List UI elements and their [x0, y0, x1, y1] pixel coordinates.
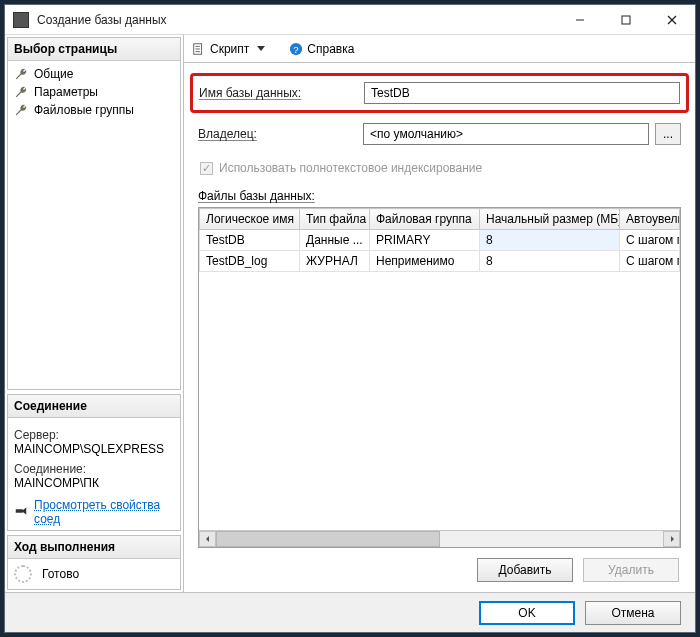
script-icon: [192, 42, 206, 56]
delete-file-button: Удалить: [583, 558, 679, 582]
cell-initial-size[interactable]: 8: [480, 251, 620, 272]
help-label: Справка: [307, 42, 354, 56]
page-item-label: Файловые группы: [34, 103, 134, 117]
connection-heading: Соединение: [8, 395, 180, 418]
col-logical-name[interactable]: Логическое имя: [200, 209, 300, 230]
table-header-row: Логическое имя Тип файла Файловая группа…: [200, 209, 680, 230]
sidebar: Выбор страницы Общие Параметры Файловые …: [5, 35, 183, 592]
cell-autogrowth[interactable]: С шагом по 6: [620, 230, 680, 251]
scroll-thumb[interactable]: [216, 531, 440, 547]
connection-value: MAINCOMP\ПК: [14, 476, 174, 490]
wrench-icon: [14, 67, 28, 81]
page-item-label: Общие: [34, 67, 73, 81]
window-title: Создание базы данных: [37, 13, 557, 27]
scroll-left-button[interactable]: [199, 531, 216, 547]
help-icon: ?: [289, 42, 303, 56]
owner-label: Владелец:: [198, 127, 363, 141]
owner-input[interactable]: [363, 123, 649, 145]
cell-autogrowth[interactable]: С шагом по 6: [620, 251, 680, 272]
main-toolbar: Скрипт ? Справка: [184, 35, 695, 63]
page-item-label: Параметры: [34, 85, 98, 99]
file-buttons-row: Добавить Удалить: [198, 548, 681, 592]
db-name-label: Имя базы данных:: [199, 86, 364, 100]
page-select-heading: Выбор страницы: [8, 38, 180, 61]
dialog-footer: OK Отмена: [5, 592, 695, 632]
col-filegroup[interactable]: Файловая группа: [370, 209, 480, 230]
window-buttons: [557, 5, 695, 35]
owner-browse-button[interactable]: ...: [655, 123, 681, 145]
cell-filegroup[interactable]: PRIMARY: [370, 230, 480, 251]
add-file-button[interactable]: Добавить: [477, 558, 573, 582]
progress-panel: Ход выполнения Готово: [7, 535, 181, 590]
owner-row: Владелец: ...: [198, 123, 681, 145]
fulltext-label: Использовать полнотекстовое индексирован…: [219, 161, 482, 175]
cell-logical-name[interactable]: TestDB: [200, 230, 300, 251]
help-button[interactable]: ? Справка: [289, 42, 354, 56]
script-label: Скрипт: [210, 42, 249, 56]
form-area: Имя базы данных: Владелец: ... ✓ Использ…: [184, 63, 695, 592]
table-row[interactable]: TestDB_log ЖУРНАЛ Неприменимо 8 С шагом …: [200, 251, 680, 272]
files-table[interactable]: Логическое имя Тип файла Файловая группа…: [199, 208, 680, 272]
cancel-button[interactable]: Отмена: [585, 601, 681, 625]
db-name-row: Имя базы данных:: [190, 73, 689, 113]
page-item-options[interactable]: Параметры: [14, 83, 174, 101]
col-autogrowth[interactable]: Автоувеличен: [620, 209, 680, 230]
page-select-list: Общие Параметры Файловые группы: [8, 61, 180, 123]
scroll-right-button[interactable]: [663, 531, 680, 547]
progress-status: Готово: [42, 567, 79, 581]
connection-label: Соединение:: [14, 462, 174, 476]
table-row[interactable]: TestDB Данные ... PRIMARY 8 С шагом по 6: [200, 230, 680, 251]
maximize-button[interactable]: [603, 5, 649, 35]
link-text: Просмотреть свойства соед: [34, 498, 174, 526]
db-name-input[interactable]: [364, 82, 680, 104]
close-button[interactable]: [649, 5, 695, 35]
scroll-track[interactable]: [216, 531, 663, 547]
dialog-window: Создание базы данных Выбор страницы Общ: [4, 4, 696, 633]
ok-button[interactable]: OK: [479, 601, 575, 625]
wrench-icon: [14, 103, 28, 117]
files-label: Файлы базы данных:: [198, 189, 681, 203]
progress-heading: Ход выполнения: [8, 536, 180, 559]
minimize-button[interactable]: [557, 5, 603, 35]
app-icon: [13, 12, 29, 28]
wrench-icon: [14, 85, 28, 99]
cell-file-type[interactable]: ЖУРНАЛ: [300, 251, 370, 272]
page-item-filegroups[interactable]: Файловые группы: [14, 101, 174, 119]
ellipsis-text: ...: [663, 127, 673, 141]
cell-logical-name[interactable]: TestDB_log: [200, 251, 300, 272]
view-connection-props-link[interactable]: Просмотреть свойства соед: [14, 498, 174, 526]
cell-filegroup[interactable]: Неприменимо: [370, 251, 480, 272]
page-item-general[interactable]: Общие: [14, 65, 174, 83]
horizontal-scrollbar[interactable]: [199, 530, 680, 547]
page-select-panel: Выбор страницы Общие Параметры Файловые …: [7, 37, 181, 390]
svg-rect-1: [622, 16, 630, 24]
fulltext-checkbox: ✓: [200, 162, 213, 175]
col-initial-size[interactable]: Начальный размер (МБ): [480, 209, 620, 230]
connection-panel: Соединение Сервер: MAINCOMP\SQLEXPRESS С…: [7, 394, 181, 531]
server-value: MAINCOMP\SQLEXPRESS: [14, 442, 174, 456]
main-panel: Скрипт ? Справка Имя базы данных: Владел…: [183, 35, 695, 592]
dialog-body: Выбор страницы Общие Параметры Файловые …: [5, 35, 695, 592]
svg-text:?: ?: [294, 43, 299, 54]
files-grid: Логическое имя Тип файла Файловая группа…: [198, 207, 681, 548]
progress-spinner-icon: [14, 565, 32, 583]
server-label: Сервер:: [14, 428, 174, 442]
script-button[interactable]: Скрипт: [192, 42, 265, 56]
fulltext-row: ✓ Использовать полнотекстовое индексиров…: [200, 161, 681, 175]
cell-file-type[interactable]: Данные ...: [300, 230, 370, 251]
link-icon: [14, 504, 28, 521]
cell-initial-size[interactable]: 8: [480, 230, 620, 251]
chevron-down-icon: [257, 46, 265, 51]
col-file-type[interactable]: Тип файла: [300, 209, 370, 230]
titlebar: Создание базы данных: [5, 5, 695, 35]
